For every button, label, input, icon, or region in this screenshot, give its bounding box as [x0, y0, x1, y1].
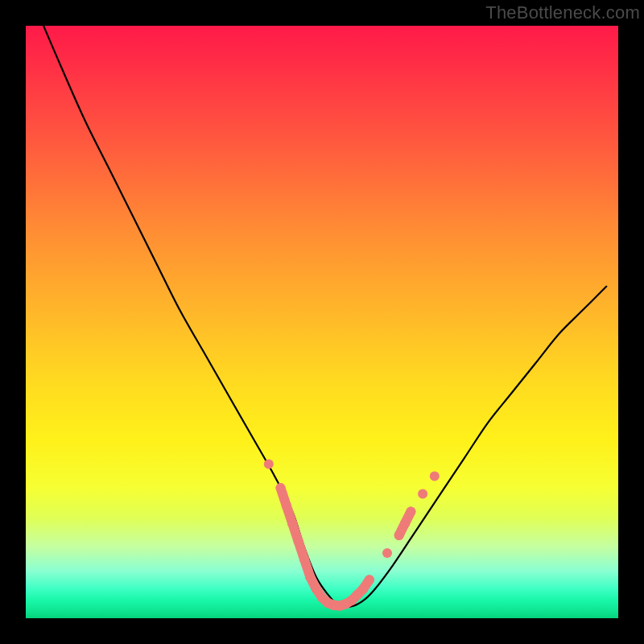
highlight-marker [264, 460, 274, 469]
outer-frame: TheBottleneck.com [0, 0, 644, 644]
highlight-marker [382, 548, 392, 558]
watermark-text: TheBottleneck.com [485, 2, 640, 23]
highlight-marker [418, 489, 427, 498]
highlight-marker [430, 471, 440, 481]
highlight-marker [365, 575, 374, 584]
bottleneck-curve-path [43, 26, 606, 608]
plot-area [26, 26, 618, 618]
highlight-marker [406, 507, 415, 517]
chart-svg [26, 26, 618, 618]
